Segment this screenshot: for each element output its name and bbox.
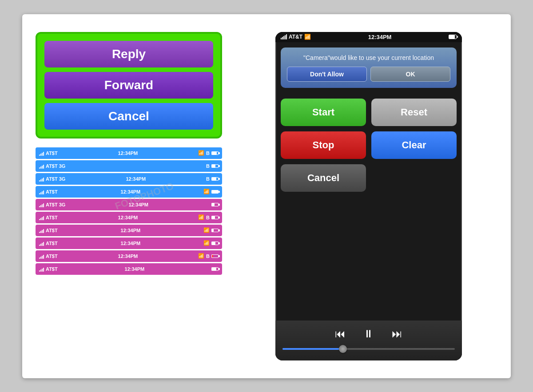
next-track-button[interactable]: ⏭	[392, 328, 402, 340]
reply-button[interactable]: Reply	[44, 41, 213, 67]
slider-fill	[282, 348, 343, 350]
status-bars-container: AT$T12:34PM📶B AT$T 3GB AT$T 3G12:34PMB A…	[36, 147, 222, 275]
green-box: Reply Forward Cancel	[36, 32, 222, 139]
dont-allow-button[interactable]: Don't Allow	[287, 67, 367, 82]
wifi-status-icon: 📶	[304, 34, 311, 40]
phone-status-right	[449, 35, 457, 39]
signal-bars-icon	[281, 34, 287, 40]
dialog-buttons: Don't Allow OK	[287, 67, 450, 82]
phone-mockup: AT&T 📶 12:34PM "Camera"would like to use…	[275, 32, 462, 360]
phone-time: 12:34PM	[368, 34, 392, 40]
status-bar-4: AT$T 3G12:34PM	[36, 199, 222, 210]
media-player: ⏮ ⏸ ⏭	[275, 321, 462, 360]
prev-track-button[interactable]: ⏮	[335, 328, 346, 340]
status-bar-7: AT$T12:34PM📶	[36, 238, 222, 249]
status-bar-9: AT$T12:34PM	[36, 263, 222, 275]
status-bar-2: AT$T 3G12:34PMB	[36, 173, 222, 185]
status-bar-0: AT$T12:34PM📶B	[36, 147, 222, 159]
forward-button[interactable]: Forward	[44, 72, 213, 99]
carrier-label: AT&T	[289, 34, 302, 40]
location-dialog: "Camera"would like to use your current l…	[281, 48, 457, 88]
status-bar-5: AT$T12:34PM📶B	[36, 212, 222, 223]
ok-button[interactable]: OK	[370, 67, 450, 82]
main-container: FOTOPHOTO Reply Forward Cancel AT$T12:34…	[22, 14, 511, 378]
media-controls: ⏮ ⏸ ⏭	[282, 328, 455, 340]
stop-button[interactable]: Stop	[281, 131, 366, 159]
slider-track	[282, 348, 455, 350]
phone-status-bar: AT&T 📶 12:34PM	[275, 32, 462, 42]
phone-status-left: AT&T 📶	[281, 34, 311, 40]
clear-button[interactable]: Clear	[371, 131, 457, 159]
battery-icon	[449, 35, 457, 39]
status-bar-1: AT$T 3GB	[36, 160, 222, 172]
pause-button[interactable]: ⏸	[363, 328, 374, 340]
progress-slider[interactable]	[282, 344, 455, 353]
status-bar-3: AT$T12:34PM📶	[36, 186, 222, 198]
reset-button[interactable]: Reset	[371, 99, 457, 126]
dialog-message: "Camera"would like to use your current l…	[287, 54, 450, 63]
cancel-button-green[interactable]: Cancel	[44, 103, 213, 130]
status-bar-6: AT$T12:34PM📶	[36, 225, 222, 236]
cancel-button-phone[interactable]: Cancel	[281, 164, 366, 192]
start-button[interactable]: Start	[281, 99, 366, 126]
action-buttons-grid: Start Reset Stop Clear Cancel	[275, 93, 462, 197]
right-panel: AT&T 📶 12:34PM "Camera"would like to use…	[240, 32, 497, 360]
slider-thumb[interactable]	[339, 345, 347, 353]
left-panel: Reply Forward Cancel AT$T12:34PM📶B AT$T …	[36, 32, 222, 360]
status-bar-8: AT$T12:34PM📶B	[36, 250, 222, 262]
